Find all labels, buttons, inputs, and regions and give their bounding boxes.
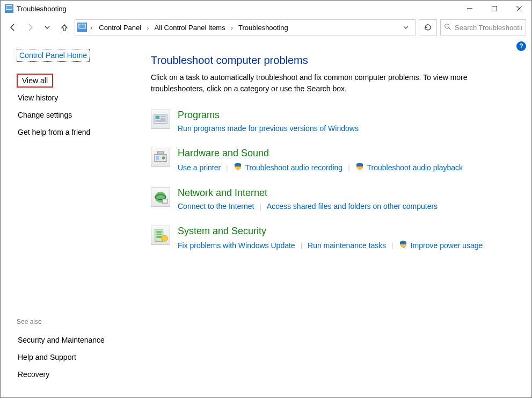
category-system-and-security: System and SecurityFix problems with Win… bbox=[151, 226, 515, 250]
category-title[interactable]: Hardware and Sound bbox=[178, 148, 463, 159]
svg-rect-16 bbox=[156, 120, 166, 122]
svg-rect-2 bbox=[6, 6, 12, 9]
svg-rect-4 bbox=[492, 6, 497, 11]
category-programs: ProgramsRun programs made for previous v… bbox=[151, 110, 515, 133]
svg-rect-26 bbox=[157, 234, 162, 235]
breadcrumb-troubleshooting[interactable]: Troubleshooting bbox=[235, 23, 291, 33]
task-link[interactable]: Improve power usage bbox=[399, 240, 483, 250]
uac-shield-icon bbox=[399, 240, 407, 250]
breadcrumb: Control Panel › All Control Panel Items … bbox=[96, 23, 397, 33]
page-heading: Troubleshoot computer problems bbox=[151, 54, 515, 67]
search-box[interactable] bbox=[440, 19, 526, 35]
uac-shield-icon bbox=[234, 162, 242, 172]
minimize-button[interactable] bbox=[457, 1, 482, 17]
link-separator: | bbox=[391, 241, 393, 249]
recent-locations-button[interactable] bbox=[40, 20, 54, 34]
control-panel-home-link[interactable]: Control Panel Home bbox=[17, 49, 90, 62]
breadcrumb-all-items[interactable]: All Control Panel Items bbox=[151, 23, 228, 33]
search-input[interactable] bbox=[455, 24, 522, 32]
see-also-header: See also bbox=[17, 318, 42, 325]
category-links: Run programs made for previous versions … bbox=[178, 124, 359, 133]
category-title[interactable]: System and Security bbox=[178, 226, 483, 237]
titlebar: Troubleshooting bbox=[1, 1, 531, 17]
task-link-label: Run maintenance tasks bbox=[308, 241, 386, 250]
back-button[interactable] bbox=[6, 20, 20, 34]
page-intro: Click on a task to automatically trouble… bbox=[151, 72, 515, 95]
task-link-label: Use a printer bbox=[178, 163, 221, 172]
sidebar: Control Panel Home View all View history… bbox=[1, 38, 135, 397]
category-links: Connect to the Internet|Access shared fi… bbox=[178, 202, 438, 211]
svg-point-19 bbox=[162, 156, 165, 160]
system-icon bbox=[151, 226, 170, 245]
svg-rect-20 bbox=[157, 151, 163, 154]
task-link-label: Troubleshoot audio playback bbox=[367, 163, 463, 172]
task-link[interactable]: Run maintenance tasks bbox=[308, 241, 386, 250]
svg-rect-15 bbox=[161, 118, 165, 120]
search-icon bbox=[444, 23, 451, 32]
svg-rect-9 bbox=[79, 24, 85, 28]
svg-rect-14 bbox=[161, 115, 165, 117]
breadcrumb-control-panel[interactable]: Control Panel bbox=[96, 23, 144, 33]
uac-shield-icon bbox=[355, 162, 364, 172]
task-link-label: Troubleshoot audio recording bbox=[245, 163, 343, 172]
svg-line-11 bbox=[449, 27, 451, 30]
task-link-label: Fix problems with Windows Update bbox=[178, 241, 295, 250]
programs-icon bbox=[151, 110, 170, 129]
task-link-label: Access shared files and folders on other… bbox=[267, 202, 438, 211]
svg-point-28 bbox=[162, 235, 167, 241]
link-separator: | bbox=[259, 202, 261, 211]
maximize-button[interactable] bbox=[482, 1, 507, 17]
task-link-label: Improve power usage bbox=[411, 241, 483, 250]
app-icon bbox=[5, 4, 13, 13]
task-link[interactable]: Run programs made for previous versions … bbox=[178, 124, 359, 133]
help-icon[interactable]: ? bbox=[516, 41, 526, 51]
task-link[interactable]: Connect to the Internet bbox=[178, 202, 254, 211]
task-link[interactable]: Use a printer bbox=[178, 163, 221, 172]
task-link[interactable]: Fix problems with Windows Update bbox=[178, 241, 295, 250]
category-links: Use a printer|Troubleshoot audio recordi… bbox=[178, 162, 463, 172]
sidebar-get-help[interactable]: Get help from a friend bbox=[17, 125, 91, 139]
link-separator: | bbox=[348, 163, 349, 171]
link-separator: | bbox=[301, 241, 302, 249]
seealso-help[interactable]: Help and Support bbox=[17, 350, 77, 364]
sidebar-change-settings[interactable]: Change settings bbox=[17, 108, 73, 122]
svg-rect-23 bbox=[163, 199, 167, 204]
chevron-right-icon[interactable]: › bbox=[230, 24, 234, 32]
refresh-button[interactable] bbox=[419, 19, 437, 35]
content-area: Control Panel Home View all View history… bbox=[1, 38, 531, 397]
task-link-label: Connect to the Internet bbox=[178, 202, 254, 211]
address-dropdown-button[interactable] bbox=[399, 20, 413, 34]
link-separator: | bbox=[226, 163, 228, 171]
svg-rect-18 bbox=[156, 156, 159, 160]
chevron-right-icon[interactable]: › bbox=[145, 24, 150, 32]
task-link[interactable]: Troubleshoot audio playback bbox=[355, 162, 463, 172]
network-icon bbox=[151, 187, 170, 207]
task-link-label: Run programs made for previous versions … bbox=[178, 124, 359, 133]
task-link[interactable]: Access shared files and folders on other… bbox=[267, 202, 438, 211]
forward-button[interactable] bbox=[23, 20, 37, 34]
toolbar: › Control Panel › All Control Panel Item… bbox=[1, 17, 531, 38]
chevron-right-icon[interactable]: › bbox=[89, 24, 93, 32]
sidebar-view-all[interactable]: View all bbox=[17, 74, 53, 88]
sidebar-view-history[interactable]: View history bbox=[17, 91, 59, 105]
category-title[interactable]: Network and Internet bbox=[178, 187, 438, 199]
up-button[interactable] bbox=[57, 20, 71, 34]
address-bar[interactable]: › Control Panel › All Control Panel Item… bbox=[75, 19, 416, 35]
location-icon bbox=[77, 23, 87, 32]
category-network-and-internet: Network and InternetConnect to the Inter… bbox=[151, 187, 515, 211]
hardware-icon bbox=[151, 148, 170, 167]
seealso-recovery[interactable]: Recovery bbox=[17, 367, 50, 381]
svg-point-10 bbox=[445, 24, 449, 28]
seealso-security[interactable]: Security and Maintenance bbox=[17, 333, 106, 347]
window-title: Troubleshooting bbox=[17, 5, 457, 13]
svg-rect-13 bbox=[156, 115, 160, 119]
category-links: Fix problems with Windows Update|Run mai… bbox=[178, 240, 483, 250]
main-panel: Troubleshoot computer problems Click on … bbox=[135, 38, 531, 397]
svg-rect-25 bbox=[157, 231, 162, 233]
close-button[interactable] bbox=[507, 1, 531, 17]
svg-rect-27 bbox=[157, 236, 162, 238]
task-link[interactable]: Troubleshoot audio recording bbox=[234, 162, 343, 172]
category-title[interactable]: Programs bbox=[178, 110, 359, 121]
category-hardware-and-sound: Hardware and SoundUse a printer|Troubles… bbox=[151, 148, 515, 172]
